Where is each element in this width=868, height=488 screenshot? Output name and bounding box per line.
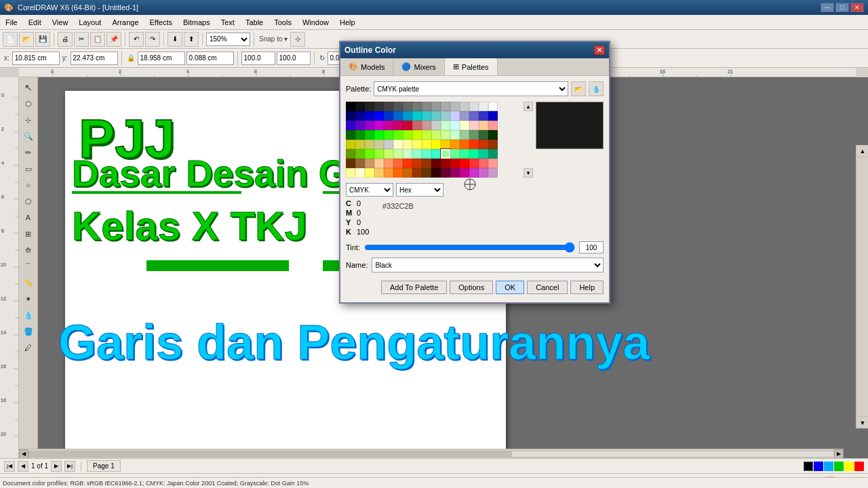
swatch-cell[interactable] bbox=[450, 149, 460, 159]
width-input[interactable] bbox=[138, 52, 185, 65]
swatch-cell-selected[interactable] bbox=[441, 149, 450, 159]
swatch-cell[interactable] bbox=[450, 130, 460, 140]
menu-text[interactable]: Text bbox=[216, 15, 240, 29]
page-first-btn[interactable]: |◀ bbox=[4, 461, 15, 472]
palette-eyedropper-btn[interactable]: 💧 bbox=[589, 81, 604, 96]
tint-slider[interactable] bbox=[364, 243, 575, 252]
color-name-select[interactable]: Black bbox=[372, 258, 604, 272]
swatch-cell[interactable] bbox=[431, 130, 441, 140]
scroll-down-btn[interactable]: ▼ bbox=[856, 416, 868, 428]
h-scrollbar-thumb[interactable] bbox=[29, 451, 512, 457]
close-button[interactable]: ✕ bbox=[850, 3, 864, 12]
swatch-cell[interactable] bbox=[488, 140, 498, 149]
swatch-cell[interactable] bbox=[403, 111, 412, 121]
swatch-cell[interactable] bbox=[403, 140, 412, 149]
save-button[interactable]: 💾 bbox=[35, 32, 50, 47]
swatch-cell[interactable] bbox=[460, 159, 469, 168]
tab-palettes[interactable]: ⊞ Palettes bbox=[445, 58, 498, 75]
swatch-cell[interactable] bbox=[365, 168, 374, 178]
color-model-select[interactable]: CMYK bbox=[346, 183, 393, 197]
swatch-cell[interactable] bbox=[412, 102, 422, 111]
swatch-cell[interactable] bbox=[460, 149, 469, 159]
swatch-cell[interactable] bbox=[384, 168, 393, 178]
swatch-cell[interactable] bbox=[488, 159, 498, 168]
swatch-cell[interactable] bbox=[469, 159, 479, 168]
swatch-cell[interactable] bbox=[412, 111, 422, 121]
swatch-cell[interactable] bbox=[403, 121, 412, 130]
swatch-cell[interactable] bbox=[431, 111, 441, 121]
swatch-cell[interactable] bbox=[488, 149, 498, 159]
swatch-cell[interactable] bbox=[431, 149, 441, 159]
swatch-cell[interactable] bbox=[479, 159, 488, 168]
swatch-cell[interactable] bbox=[384, 111, 393, 121]
swatch-cell[interactable] bbox=[441, 102, 450, 111]
swatch-cell[interactable] bbox=[460, 111, 469, 121]
measure-tool[interactable]: 📏 bbox=[21, 275, 36, 290]
swatch-cell[interactable] bbox=[393, 111, 403, 121]
swatch-cell[interactable] bbox=[450, 159, 460, 168]
swatch-cell[interactable] bbox=[384, 159, 393, 168]
swatch-cell[interactable] bbox=[488, 121, 498, 130]
polygon-tool[interactable]: ⬠ bbox=[21, 194, 36, 209]
swatch-cell[interactable] bbox=[469, 111, 479, 121]
swatch-cell[interactable] bbox=[365, 130, 374, 140]
tint-value-input[interactable] bbox=[579, 241, 604, 253]
page-next-btn[interactable]: ▶ bbox=[51, 461, 62, 472]
swatch-cell[interactable] bbox=[346, 149, 355, 159]
print-button[interactable]: 🖨 bbox=[58, 32, 73, 47]
swatch-cell[interactable] bbox=[393, 168, 403, 178]
swatch-cell[interactable] bbox=[403, 102, 412, 111]
swatch-cell[interactable] bbox=[431, 102, 441, 111]
swatch-cell[interactable] bbox=[393, 102, 403, 111]
color-eyedropper-tool[interactable]: 💧 bbox=[21, 308, 36, 323]
swatch-cyan[interactable] bbox=[824, 462, 833, 471]
swatch-cell[interactable] bbox=[469, 130, 479, 140]
swatch-cell[interactable] bbox=[365, 102, 374, 111]
swatch-cell[interactable] bbox=[346, 130, 355, 140]
swatch-cell[interactable] bbox=[441, 111, 450, 121]
swatch-cell[interactable] bbox=[479, 111, 488, 121]
swatch-cell[interactable] bbox=[393, 121, 403, 130]
tab-models[interactable]: 🎨 Models bbox=[340, 58, 393, 75]
menu-help[interactable]: Help bbox=[334, 15, 361, 29]
swatch-cell[interactable] bbox=[365, 149, 374, 159]
swatch-cell[interactable] bbox=[450, 168, 460, 178]
swatch-cell[interactable] bbox=[441, 168, 450, 178]
crop-tool[interactable]: ⊹ bbox=[21, 113, 36, 127]
swatch-cell[interactable] bbox=[384, 149, 393, 159]
shape-tool[interactable]: ⬡ bbox=[21, 96, 36, 111]
open-button[interactable]: 📂 bbox=[19, 32, 34, 47]
swatch-cell[interactable] bbox=[393, 159, 403, 168]
minimize-button[interactable]: ─ bbox=[821, 3, 834, 12]
swatch-cell[interactable] bbox=[355, 149, 365, 159]
swatch-cell[interactable] bbox=[479, 149, 488, 159]
swatch-cell[interactable] bbox=[431, 168, 441, 178]
swatch-cell[interactable] bbox=[346, 111, 355, 121]
menu-tools[interactable]: Tools bbox=[269, 15, 297, 29]
swatch-cell[interactable] bbox=[393, 140, 403, 149]
h-scrollbar[interactable]: ◀ ▶ bbox=[19, 449, 844, 458]
swatch-cell[interactable] bbox=[441, 159, 450, 168]
interactive-tool[interactable]: ✦ bbox=[21, 291, 36, 306]
swatch-cell[interactable] bbox=[412, 121, 422, 130]
menu-bitmaps[interactable]: Bitmaps bbox=[178, 15, 216, 29]
fill-tool[interactable]: 🪣 bbox=[21, 324, 36, 339]
swatch-cell[interactable] bbox=[422, 111, 431, 121]
swatch-cell[interactable] bbox=[488, 111, 498, 121]
zoom-tool[interactable]: 🔍 bbox=[21, 129, 36, 144]
swatch-cell[interactable] bbox=[365, 140, 374, 149]
swatch-cell[interactable] bbox=[403, 149, 412, 159]
swatch-blue[interactable] bbox=[814, 462, 823, 471]
swatch-cell[interactable] bbox=[355, 140, 365, 149]
swatch-cell[interactable] bbox=[384, 130, 393, 140]
y-input[interactable] bbox=[71, 52, 118, 65]
ellipse-tool[interactable]: ○ bbox=[21, 178, 36, 192]
ok-button[interactable]: OK bbox=[496, 281, 524, 294]
swatch-cell[interactable] bbox=[479, 121, 488, 130]
swatch-cell[interactable] bbox=[412, 140, 422, 149]
add-to-palette-button[interactable]: Add To Palette bbox=[381, 281, 447, 294]
swatch-cell[interactable] bbox=[488, 102, 498, 111]
swatch-cell[interactable] bbox=[346, 168, 355, 178]
swatch-cell[interactable] bbox=[412, 149, 422, 159]
swatch-cell[interactable] bbox=[469, 102, 479, 111]
